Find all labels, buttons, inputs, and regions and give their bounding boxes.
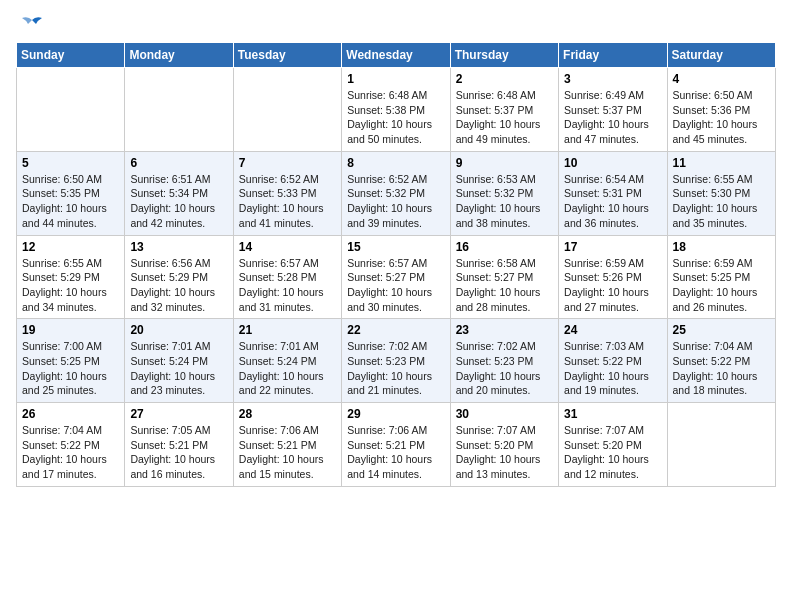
sunset-text: Sunset: 5:22 PM (564, 355, 642, 367)
daylight-text: Daylight: 10 hours and 38 minutes. (456, 202, 541, 229)
calendar-cell: 23 Sunrise: 7:02 AM Sunset: 5:23 PM Dayl… (450, 319, 558, 403)
daylight-text: Daylight: 10 hours and 47 minutes. (564, 118, 649, 145)
day-info: Sunrise: 6:52 AM Sunset: 5:33 PM Dayligh… (239, 172, 336, 231)
day-info: Sunrise: 7:07 AM Sunset: 5:20 PM Dayligh… (564, 423, 661, 482)
daylight-text: Daylight: 10 hours and 42 minutes. (130, 202, 215, 229)
calendar-cell: 21 Sunrise: 7:01 AM Sunset: 5:24 PM Dayl… (233, 319, 341, 403)
calendar-cell: 22 Sunrise: 7:02 AM Sunset: 5:23 PM Dayl… (342, 319, 450, 403)
sunset-text: Sunset: 5:20 PM (456, 439, 534, 451)
day-number: 9 (456, 156, 553, 170)
day-number: 11 (673, 156, 770, 170)
day-info: Sunrise: 7:04 AM Sunset: 5:22 PM Dayligh… (673, 339, 770, 398)
calendar-cell: 5 Sunrise: 6:50 AM Sunset: 5:35 PM Dayli… (17, 151, 125, 235)
daylight-text: Daylight: 10 hours and 21 minutes. (347, 370, 432, 397)
sunrise-text: Sunrise: 6:52 AM (239, 173, 319, 185)
day-info: Sunrise: 7:02 AM Sunset: 5:23 PM Dayligh… (347, 339, 444, 398)
logo-bird-icon (18, 16, 46, 36)
daylight-text: Daylight: 10 hours and 27 minutes. (564, 286, 649, 313)
sunrise-text: Sunrise: 7:02 AM (347, 340, 427, 352)
daylight-text: Daylight: 10 hours and 18 minutes. (673, 370, 758, 397)
weekday-header-sunday: Sunday (17, 43, 125, 68)
day-info: Sunrise: 6:56 AM Sunset: 5:29 PM Dayligh… (130, 256, 227, 315)
calendar-cell (233, 68, 341, 152)
day-number: 30 (456, 407, 553, 421)
sunrise-text: Sunrise: 6:49 AM (564, 89, 644, 101)
sunrise-text: Sunrise: 7:07 AM (456, 424, 536, 436)
sunset-text: Sunset: 5:32 PM (347, 187, 425, 199)
day-number: 4 (673, 72, 770, 86)
day-info: Sunrise: 6:53 AM Sunset: 5:32 PM Dayligh… (456, 172, 553, 231)
day-info: Sunrise: 7:06 AM Sunset: 5:21 PM Dayligh… (347, 423, 444, 482)
daylight-text: Daylight: 10 hours and 25 minutes. (22, 370, 107, 397)
day-info: Sunrise: 7:05 AM Sunset: 5:21 PM Dayligh… (130, 423, 227, 482)
sunset-text: Sunset: 5:21 PM (130, 439, 208, 451)
sunrise-text: Sunrise: 6:57 AM (347, 257, 427, 269)
sunset-text: Sunset: 5:27 PM (456, 271, 534, 283)
day-info: Sunrise: 7:07 AM Sunset: 5:20 PM Dayligh… (456, 423, 553, 482)
sunset-text: Sunset: 5:37 PM (456, 104, 534, 116)
day-info: Sunrise: 6:55 AM Sunset: 5:29 PM Dayligh… (22, 256, 119, 315)
day-info: Sunrise: 7:06 AM Sunset: 5:21 PM Dayligh… (239, 423, 336, 482)
day-number: 14 (239, 240, 336, 254)
sunrise-text: Sunrise: 6:58 AM (456, 257, 536, 269)
calendar-cell: 19 Sunrise: 7:00 AM Sunset: 5:25 PM Dayl… (17, 319, 125, 403)
day-number: 21 (239, 323, 336, 337)
sunrise-text: Sunrise: 6:56 AM (130, 257, 210, 269)
day-number: 1 (347, 72, 444, 86)
calendar-cell: 10 Sunrise: 6:54 AM Sunset: 5:31 PM Dayl… (559, 151, 667, 235)
sunset-text: Sunset: 5:23 PM (347, 355, 425, 367)
sunrise-text: Sunrise: 6:53 AM (456, 173, 536, 185)
calendar-week-row: 26 Sunrise: 7:04 AM Sunset: 5:22 PM Dayl… (17, 403, 776, 487)
day-number: 8 (347, 156, 444, 170)
calendar-cell: 9 Sunrise: 6:53 AM Sunset: 5:32 PM Dayli… (450, 151, 558, 235)
sunset-text: Sunset: 5:22 PM (673, 355, 751, 367)
day-number: 2 (456, 72, 553, 86)
day-number: 7 (239, 156, 336, 170)
sunrise-text: Sunrise: 7:00 AM (22, 340, 102, 352)
sunrise-text: Sunrise: 6:59 AM (673, 257, 753, 269)
daylight-text: Daylight: 10 hours and 50 minutes. (347, 118, 432, 145)
sunrise-text: Sunrise: 6:50 AM (22, 173, 102, 185)
day-info: Sunrise: 6:52 AM Sunset: 5:32 PM Dayligh… (347, 172, 444, 231)
daylight-text: Daylight: 10 hours and 23 minutes. (130, 370, 215, 397)
sunrise-text: Sunrise: 6:48 AM (347, 89, 427, 101)
calendar-cell: 17 Sunrise: 6:59 AM Sunset: 5:26 PM Dayl… (559, 235, 667, 319)
sunset-text: Sunset: 5:24 PM (130, 355, 208, 367)
daylight-text: Daylight: 10 hours and 12 minutes. (564, 453, 649, 480)
calendar-cell: 24 Sunrise: 7:03 AM Sunset: 5:22 PM Dayl… (559, 319, 667, 403)
daylight-text: Daylight: 10 hours and 13 minutes. (456, 453, 541, 480)
weekday-header-monday: Monday (125, 43, 233, 68)
daylight-text: Daylight: 10 hours and 35 minutes. (673, 202, 758, 229)
calendar-cell: 29 Sunrise: 7:06 AM Sunset: 5:21 PM Dayl… (342, 403, 450, 487)
day-number: 20 (130, 323, 227, 337)
day-number: 16 (456, 240, 553, 254)
daylight-text: Daylight: 10 hours and 15 minutes. (239, 453, 324, 480)
calendar-cell: 12 Sunrise: 6:55 AM Sunset: 5:29 PM Dayl… (17, 235, 125, 319)
calendar-cell: 13 Sunrise: 6:56 AM Sunset: 5:29 PM Dayl… (125, 235, 233, 319)
day-info: Sunrise: 7:01 AM Sunset: 5:24 PM Dayligh… (239, 339, 336, 398)
sunrise-text: Sunrise: 6:51 AM (130, 173, 210, 185)
sunset-text: Sunset: 5:30 PM (673, 187, 751, 199)
day-info: Sunrise: 6:48 AM Sunset: 5:37 PM Dayligh… (456, 88, 553, 147)
sunset-text: Sunset: 5:26 PM (564, 271, 642, 283)
sunset-text: Sunset: 5:32 PM (456, 187, 534, 199)
sunset-text: Sunset: 5:29 PM (130, 271, 208, 283)
sunset-text: Sunset: 5:27 PM (347, 271, 425, 283)
day-number: 31 (564, 407, 661, 421)
day-info: Sunrise: 6:55 AM Sunset: 5:30 PM Dayligh… (673, 172, 770, 231)
calendar-table: SundayMondayTuesdayWednesdayThursdayFrid… (16, 42, 776, 487)
day-info: Sunrise: 6:54 AM Sunset: 5:31 PM Dayligh… (564, 172, 661, 231)
sunrise-text: Sunrise: 6:55 AM (673, 173, 753, 185)
daylight-text: Daylight: 10 hours and 32 minutes. (130, 286, 215, 313)
calendar-cell: 6 Sunrise: 6:51 AM Sunset: 5:34 PM Dayli… (125, 151, 233, 235)
calendar-cell: 27 Sunrise: 7:05 AM Sunset: 5:21 PM Dayl… (125, 403, 233, 487)
calendar-cell: 16 Sunrise: 6:58 AM Sunset: 5:27 PM Dayl… (450, 235, 558, 319)
day-number: 26 (22, 407, 119, 421)
calendar-cell: 15 Sunrise: 6:57 AM Sunset: 5:27 PM Dayl… (342, 235, 450, 319)
day-number: 18 (673, 240, 770, 254)
sunset-text: Sunset: 5:25 PM (673, 271, 751, 283)
page-header (16, 16, 776, 34)
day-number: 27 (130, 407, 227, 421)
calendar-cell: 18 Sunrise: 6:59 AM Sunset: 5:25 PM Dayl… (667, 235, 775, 319)
calendar-cell (667, 403, 775, 487)
